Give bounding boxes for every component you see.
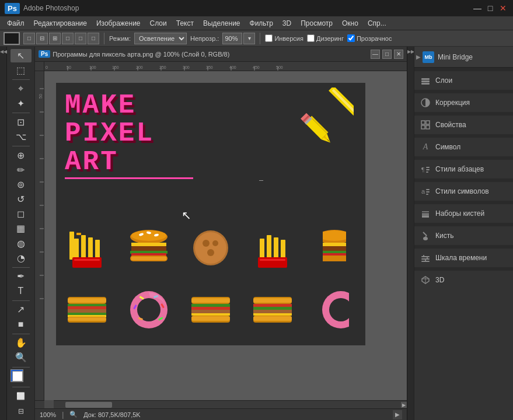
svg-rect-154 <box>421 258 430 260</box>
minimize-btn[interactable]: — <box>472 3 483 13</box>
menu-help[interactable]: Спр... <box>363 18 391 29</box>
menu-edit[interactable]: Редактирование <box>29 18 92 29</box>
tool-eyedropper[interactable]: ⌥ <box>11 130 32 144</box>
doc-minimize[interactable]: — <box>371 50 380 59</box>
layers-icon <box>420 75 431 86</box>
expand-arrow-btn[interactable]: ▶ <box>414 54 423 60</box>
tool-lasso[interactable]: ⌖ <box>11 82 32 96</box>
menu-window[interactable]: Окно <box>337 18 363 29</box>
fg-color[interactable] <box>11 369 23 382</box>
svg-rect-69 <box>260 239 264 260</box>
dithering-checkbox[interactable] <box>307 34 315 42</box>
svg-rect-132 <box>421 80 430 82</box>
panel-item-3d[interactable]: 3D <box>414 271 513 289</box>
brush-mode-2[interactable]: ⊟ <box>36 33 48 44</box>
tool-healing[interactable]: ⊕ <box>11 149 32 162</box>
scroll-nav-btn[interactable]: ▶ <box>401 402 407 408</box>
svg-text:0: 0 <box>46 65 48 69</box>
doc-maximize[interactable]: □ <box>382 50 392 59</box>
inversion-check[interactable]: Инверсия <box>265 34 303 42</box>
panel-item-layers[interactable]: Слои <box>414 71 513 90</box>
tool-stamp[interactable]: ⊚ <box>11 178 32 191</box>
tool-move[interactable]: ↖ <box>11 49 32 62</box>
tool-magic-wand[interactable]: ✦ <box>11 97 32 110</box>
fg-color-swatch[interactable] <box>4 32 20 45</box>
brush-mode-5[interactable]: □ <box>75 33 86 44</box>
maximize-btn[interactable]: □ <box>485 3 495 13</box>
panel-item-correction[interactable]: Коррекция <box>414 93 513 112</box>
svg-rect-114 <box>253 316 292 321</box>
menu-view[interactable]: Просмотр <box>296 18 337 29</box>
menu-image[interactable]: Изображение <box>92 18 145 29</box>
tool-marquee[interactable]: ⬚ <box>11 64 32 77</box>
tool-screen-mode[interactable]: ⊟ <box>11 404 32 418</box>
svg-rect-71 <box>274 237 278 260</box>
svg-point-76 <box>323 230 346 241</box>
panel-item-brush[interactable]: Кисть <box>414 226 513 245</box>
brush-mode-3[interactable]: ⊞ <box>49 33 61 44</box>
panel-item-paragraph-styles[interactable]: ¶ Стили абзацев <box>414 160 513 178</box>
tool-crop[interactable]: ⊡ <box>11 116 32 129</box>
menu-file[interactable]: Файл <box>2 18 29 29</box>
svg-text:300: 300 <box>183 65 190 69</box>
tool-sep-3 <box>12 146 30 146</box>
tool-zoom[interactable]: 🔍 <box>11 351 32 364</box>
brush-mode-6[interactable]: □ <box>88 33 99 44</box>
tool-eraser[interactable]: ◻ <box>11 207 32 220</box>
menu-filter[interactable]: Фильтр <box>245 18 278 29</box>
opacity-input[interactable] <box>222 33 242 44</box>
svg-rect-157 <box>427 257 428 260</box>
options-divider-1 <box>104 33 104 44</box>
tool-text[interactable]: T <box>11 285 32 298</box>
tool-hand[interactable]: ✋ <box>11 336 32 349</box>
brush-mode-4[interactable]: □ <box>62 33 74 44</box>
panel-item-properties[interactable]: Свойства <box>414 116 513 134</box>
tool-pen[interactable]: ✒ <box>11 270 32 283</box>
panel-item-brush-sets[interactable]: Наборы кистей <box>414 204 513 223</box>
right-panel: ▶ Mb Mini Bridge Слои <box>414 47 513 420</box>
opacity-arrow[interactable]: ▾ <box>243 33 255 44</box>
svg-text:50: 50 <box>67 65 71 69</box>
doc-close[interactable]: ✕ <box>394 50 403 59</box>
panel-item-symbol[interactable]: A Символ <box>414 138 513 156</box>
svg-rect-90 <box>68 317 106 321</box>
tool-path-select[interactable]: ↗ <box>11 303 32 316</box>
brush-mode-1[interactable]: □ <box>23 33 35 44</box>
svg-rect-70 <box>267 235 271 260</box>
tool-shape[interactable]: ■ <box>11 317 32 331</box>
transparency-check[interactable]: Прозрачнос <box>347 34 392 42</box>
svg-text:¶: ¶ <box>421 166 424 173</box>
menu-text[interactable]: Текст <box>172 18 198 29</box>
menu-3d[interactable]: 3D <box>278 18 296 29</box>
burger-icon <box>128 230 169 266</box>
scroll-row: ▶ <box>35 400 407 408</box>
transparency-checkbox[interactable] <box>347 34 355 42</box>
horizontal-scrollbar[interactable]: ▶ <box>54 400 407 408</box>
svg-rect-73 <box>258 257 287 268</box>
right-panel-collapse[interactable]: ▶▶ <box>407 47 414 420</box>
tool-brush[interactable]: ✏ <box>11 163 32 177</box>
close-btn[interactable]: ✕ <box>498 3 508 13</box>
food-cell-burger-1 <box>118 217 180 278</box>
scroll-handle-h[interactable] <box>65 402 112 408</box>
svg-text:a: a <box>421 188 425 195</box>
menu-layers[interactable]: Слои <box>145 18 172 29</box>
inversion-checkbox[interactable] <box>265 34 273 42</box>
canvas-main[interactable]: MAKE PIXEL ART _ <box>44 71 407 400</box>
status-nav-btn[interactable]: ▶ <box>393 410 402 419</box>
tool-dodge[interactable]: ◔ <box>11 251 32 265</box>
tool-history-brush[interactable]: ↺ <box>11 192 32 206</box>
panel-item-timeline[interactable]: Шкала времени <box>414 249 513 267</box>
left-panel-collapse[interactable]: ◀◀ <box>0 47 7 420</box>
dithering-label: Дизеринг <box>316 35 344 42</box>
blend-mode-select[interactable]: Осветление <box>134 33 187 44</box>
menu-select[interactable]: Выделение <box>198 18 245 29</box>
tool-mask-mode[interactable]: ⬜ <box>11 390 32 403</box>
tool-blur[interactable]: ◍ <box>11 236 32 250</box>
magnifier-icon[interactable]: 🔍 <box>69 411 78 418</box>
symbol-icon: A <box>420 142 431 152</box>
bg-color[interactable] <box>12 371 23 382</box>
panel-item-char-styles[interactable]: a Стили символов <box>414 182 513 201</box>
dithering-check[interactable]: Дизеринг <box>307 34 344 42</box>
tool-gradient[interactable]: ▦ <box>11 222 32 235</box>
